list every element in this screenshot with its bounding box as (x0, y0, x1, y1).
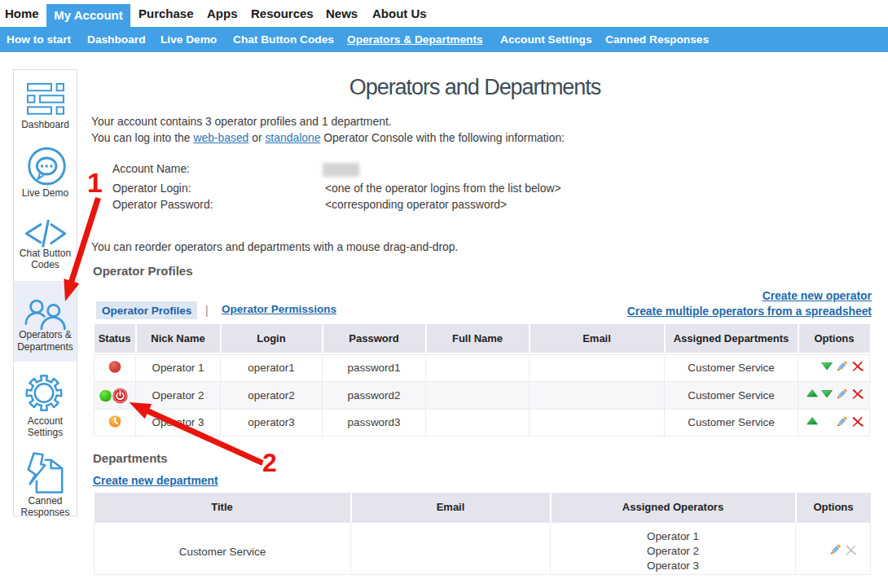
svg-text:1: 1 (87, 167, 103, 198)
svg-text:2: 2 (262, 448, 277, 477)
